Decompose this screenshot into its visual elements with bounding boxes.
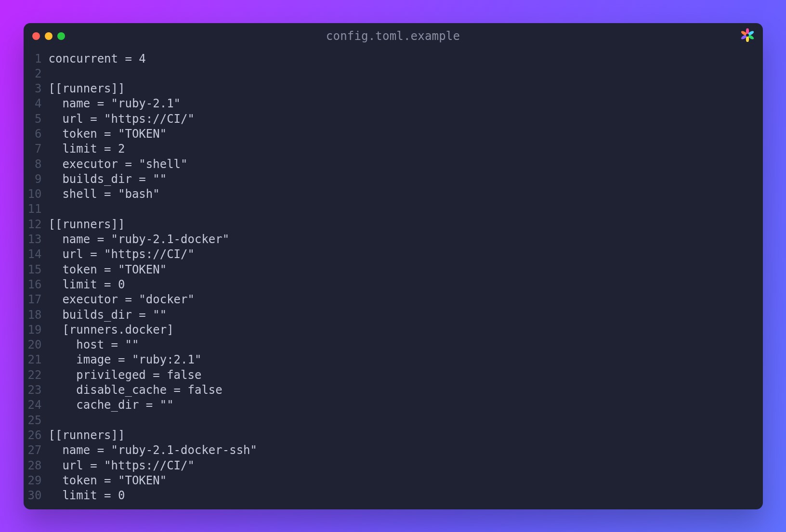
line-number: 2 xyxy=(24,67,49,80)
code-line: 6 token = "TOKEN" xyxy=(24,127,763,142)
code-line: 19 [runners.docker] xyxy=(24,323,763,338)
code-line: 7 limit = 2 xyxy=(24,142,763,157)
line-number: 23 xyxy=(24,383,49,397)
code-line: 11 xyxy=(24,202,763,217)
code-text: host = "" xyxy=(49,338,139,351)
line-number: 6 xyxy=(24,127,49,141)
code-line: 18 builds_dir = "" xyxy=(24,308,763,323)
code-text: executor = "shell" xyxy=(49,157,188,171)
line-number: 30 xyxy=(24,489,49,502)
code-line: 22 privileged = false xyxy=(24,368,763,383)
code-line: 24 cache_dir = "" xyxy=(24,398,763,413)
code-text: limit = 0 xyxy=(49,278,125,291)
line-number: 22 xyxy=(24,368,49,382)
titlebar: config.toml.example xyxy=(24,23,763,49)
line-number: 18 xyxy=(24,308,49,322)
code-text: builds_dir = "" xyxy=(49,172,167,186)
code-line: 17 executor = "docker" xyxy=(24,293,763,308)
code-text: token = "TOKEN" xyxy=(49,474,167,487)
code-text: builds_dir = "" xyxy=(49,308,167,322)
code-line: 30 limit = 0 xyxy=(24,489,763,504)
code-text: [runners.docker] xyxy=(49,323,174,337)
code-text: url = "https://CI/" xyxy=(49,112,195,126)
code-line: 12[[runners]] xyxy=(24,218,763,233)
line-number: 15 xyxy=(24,263,49,276)
code-line: 13 name = "ruby-2.1-docker" xyxy=(24,233,763,247)
window-title: config.toml.example xyxy=(326,29,460,43)
code-text: url = "https://CI/" xyxy=(49,459,195,472)
code-line: 2 xyxy=(24,67,763,82)
line-number: 28 xyxy=(24,459,49,472)
code-window: config.toml.example 1concurrent = 423[[r… xyxy=(24,23,763,509)
code-text: disable_cache = false xyxy=(49,383,223,397)
code-text: name = "ruby-2.1-docker-ssh" xyxy=(49,443,257,457)
code-line: 21 image = "ruby:2.1" xyxy=(24,353,763,368)
code-text: privileged = false xyxy=(49,368,202,382)
line-number: 7 xyxy=(24,142,49,156)
line-number: 24 xyxy=(24,398,49,412)
line-number: 20 xyxy=(24,338,49,351)
close-icon[interactable] xyxy=(32,32,40,40)
line-number: 4 xyxy=(24,97,49,110)
app-logo-icon xyxy=(741,28,754,44)
code-line: 15 token = "TOKEN" xyxy=(24,263,763,278)
code-line: 26[[runners]] xyxy=(24,428,763,443)
minimize-icon[interactable] xyxy=(45,32,52,40)
line-number: 11 xyxy=(24,202,49,216)
line-number: 1 xyxy=(24,52,49,65)
line-number: 17 xyxy=(24,293,49,306)
code-line: 27 name = "ruby-2.1-docker-ssh" xyxy=(24,443,763,458)
line-number: 12 xyxy=(24,218,49,231)
code-line: 10 shell = "bash" xyxy=(24,187,763,202)
line-number: 27 xyxy=(24,443,49,457)
code-text: [[runners]] xyxy=(49,82,125,95)
line-number: 3 xyxy=(24,82,49,95)
line-number: 16 xyxy=(24,278,49,291)
code-line: 9 builds_dir = "" xyxy=(24,172,763,187)
code-line: 20 host = "" xyxy=(24,338,763,353)
code-line: 5 url = "https://CI/" xyxy=(24,112,763,127)
code-line: 14 url = "https://CI/" xyxy=(24,247,763,262)
line-number: 26 xyxy=(24,428,49,442)
code-text: limit = 0 xyxy=(49,489,125,502)
code-line: 25 xyxy=(24,414,763,428)
zoom-icon[interactable] xyxy=(57,32,65,40)
code-line: 1concurrent = 4 xyxy=(24,52,763,67)
code-text: shell = "bash" xyxy=(49,187,160,201)
code-line: 29 token = "TOKEN" xyxy=(24,474,763,489)
code-line: 16 limit = 0 xyxy=(24,278,763,293)
line-number: 5 xyxy=(24,112,49,126)
code-text: [[runners]] xyxy=(49,428,125,442)
line-number: 14 xyxy=(24,247,49,261)
code-text: executor = "docker" xyxy=(49,293,195,306)
line-number: 29 xyxy=(24,474,49,487)
code-text: name = "ruby-2.1" xyxy=(49,97,181,110)
line-number: 8 xyxy=(24,157,49,171)
line-number: 21 xyxy=(24,353,49,366)
code-line: 8 executor = "shell" xyxy=(24,157,763,172)
code-text: limit = 2 xyxy=(49,142,125,156)
line-number: 13 xyxy=(24,233,49,246)
traffic-lights xyxy=(32,32,65,40)
code-line: 28 url = "https://CI/" xyxy=(24,459,763,474)
line-number: 19 xyxy=(24,323,49,337)
line-number: 10 xyxy=(24,187,49,201)
code-text: image = "ruby:2.1" xyxy=(49,353,202,366)
code-line: 23 disable_cache = false xyxy=(24,383,763,398)
code-line: 4 name = "ruby-2.1" xyxy=(24,97,763,112)
line-number: 9 xyxy=(24,172,49,186)
code-text: [[runners]] xyxy=(49,218,125,231)
code-text: concurrent = 4 xyxy=(49,52,146,65)
code-text: cache_dir = "" xyxy=(49,398,174,412)
code-text: token = "TOKEN" xyxy=(49,127,167,141)
code-text: url = "https://CI/" xyxy=(49,247,195,261)
code-text: token = "TOKEN" xyxy=(49,263,167,276)
code-line: 3[[runners]] xyxy=(24,82,763,97)
svg-point-6 xyxy=(746,34,749,37)
code-text: name = "ruby-2.1-docker" xyxy=(49,233,230,246)
code-editor[interactable]: 1concurrent = 423[[runners]]4 name = "ru… xyxy=(24,49,763,509)
line-number: 25 xyxy=(24,414,49,427)
